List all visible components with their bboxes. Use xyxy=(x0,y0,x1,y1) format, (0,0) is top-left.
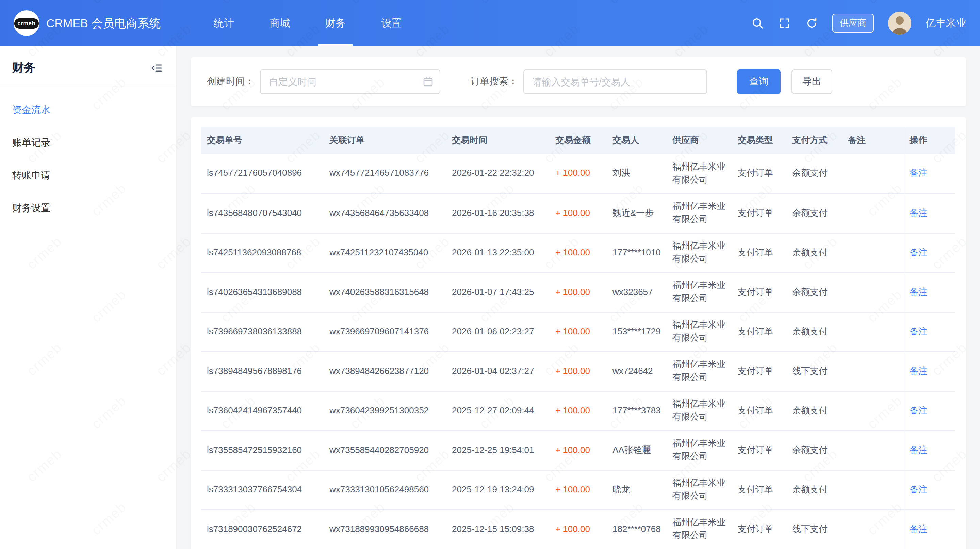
cell-amount: + 100.00 xyxy=(550,351,607,391)
remark-link[interactable]: 备注 xyxy=(910,365,927,376)
cell-amount: + 100.00 xyxy=(550,193,607,233)
cell-order: wx739669709607141376 xyxy=(324,312,447,351)
cell-remark xyxy=(843,351,904,391)
collapse-menu-icon[interactable] xyxy=(150,62,163,74)
nav-item-statistics[interactable]: 统计 xyxy=(196,0,252,46)
sidebar-menu: 资金流水 账单记录 转账申请 财务设置 xyxy=(0,87,176,225)
cell-type: 支付订单 xyxy=(732,193,787,233)
cell-no: ls735585472515932160 xyxy=(202,431,324,470)
cell-action: 备注 xyxy=(904,154,956,193)
cell-trader: 177****3783 xyxy=(607,391,667,431)
cell-trader: wx724642 xyxy=(607,351,667,391)
column-header-trader: 交易人 xyxy=(607,127,667,154)
table-body: ls745772176057040896wx745772146571083776… xyxy=(202,154,956,549)
cell-time: 2026-01-06 02:23:27 xyxy=(447,312,550,351)
cell-remark xyxy=(843,431,904,470)
remark-link[interactable]: 备注 xyxy=(910,286,927,297)
remark-link[interactable]: 备注 xyxy=(910,484,927,494)
cell-type: 支付订单 xyxy=(732,509,787,549)
cell-time: 2026-01-22 22:32:20 xyxy=(447,154,550,193)
nav-item-mall[interactable]: 商城 xyxy=(252,0,308,46)
cell-no: ls739669738036133888 xyxy=(202,312,324,351)
cell-pay: 余额支付 xyxy=(787,154,843,193)
cell-supplier: 福州亿丰米业有限公司 xyxy=(667,233,732,273)
user-avatar[interactable] xyxy=(888,11,911,35)
cell-no: ls742511362093088768 xyxy=(202,233,324,273)
nav-item-finance[interactable]: 财务 xyxy=(308,0,363,46)
remark-link[interactable]: 备注 xyxy=(910,207,927,218)
cell-no: ls745772176057040896 xyxy=(202,154,324,193)
cell-pay: 余额支付 xyxy=(787,193,843,233)
cell-amount: + 100.00 xyxy=(550,154,607,193)
cell-amount: + 100.00 xyxy=(550,470,607,509)
cell-amount: + 100.00 xyxy=(550,312,607,351)
search-icon[interactable] xyxy=(751,17,764,30)
cell-time: 2025-12-19 13:24:09 xyxy=(447,470,550,509)
sidebar-item-bill-records[interactable]: 账单记录 xyxy=(0,127,176,160)
cell-order: wx745772146571083776 xyxy=(324,154,447,193)
cell-no: ls733313037766754304 xyxy=(202,470,324,509)
cell-no: ls736042414967357440 xyxy=(202,391,324,431)
nav-item-label: 设置 xyxy=(381,17,401,30)
cell-type: 支付订单 xyxy=(732,312,787,351)
sidebar-header: 财务 xyxy=(0,46,176,87)
query-button[interactable]: 查询 xyxy=(737,69,781,94)
sidebar-item-label: 资金流水 xyxy=(12,104,50,115)
main-content: 创建时间： 订单搜索： 查询 导出 xyxy=(177,46,980,549)
cell-no: ls731890030762524672 xyxy=(202,509,324,549)
refresh-icon[interactable] xyxy=(805,17,818,30)
date-range-input[interactable] xyxy=(260,69,440,94)
cell-action: 备注 xyxy=(904,351,956,391)
table-row: ls736042414967357440wx736042399251300352… xyxy=(202,391,956,431)
column-header-amount: 交易金额 xyxy=(550,127,607,154)
cell-action: 备注 xyxy=(904,391,956,431)
date-range-wrap xyxy=(260,69,440,94)
cell-action: 备注 xyxy=(904,509,956,549)
cell-amount: + 100.00 xyxy=(550,431,607,470)
cell-trader: 晓龙 xyxy=(607,470,667,509)
remark-link[interactable]: 备注 xyxy=(910,326,927,336)
export-button[interactable]: 导出 xyxy=(791,69,832,94)
remark-link[interactable]: 备注 xyxy=(910,523,927,534)
navbar-right: 供应商 亿丰米业 xyxy=(751,11,966,35)
table-row: ls740263654313689088wx740263588316315648… xyxy=(202,273,956,312)
column-header-supplier: 供应商 xyxy=(667,127,732,154)
page-layout: 财务 资金流水 账单记录 转账申请 财务设置 创建时间： xyxy=(0,46,980,549)
remark-link[interactable]: 备注 xyxy=(910,444,927,455)
cell-time: 2026-01-07 17:43:25 xyxy=(447,273,550,312)
column-header-pay-method: 支付方式 xyxy=(787,127,843,154)
fullscreen-icon[interactable] xyxy=(778,17,791,30)
cell-remark xyxy=(843,273,904,312)
current-user-name[interactable]: 亿丰米业 xyxy=(926,17,966,30)
sidebar-item-capital-flow[interactable]: 资金流水 xyxy=(0,94,176,127)
order-search-label: 订单搜索： xyxy=(470,76,518,88)
cell-supplier: 福州亿丰米业有限公司 xyxy=(667,312,732,351)
column-header-transaction-time: 交易时间 xyxy=(447,127,550,154)
cell-order: wx731889930954866688 xyxy=(324,509,447,549)
column-header-action: 操作 xyxy=(904,127,956,154)
sidebar-item-finance-settings[interactable]: 财务设置 xyxy=(0,192,176,225)
remark-link[interactable]: 备注 xyxy=(910,247,927,257)
remark-link[interactable]: 备注 xyxy=(910,168,927,178)
cell-order: wx742511232107435040 xyxy=(324,233,447,273)
cell-trader: 177****1010 xyxy=(607,233,667,273)
cell-action: 备注 xyxy=(904,470,956,509)
logo-text: crmeb xyxy=(14,18,39,28)
cell-order: wx743568464735633408 xyxy=(324,193,447,233)
cell-pay: 余额支付 xyxy=(787,233,843,273)
nav-item-settings[interactable]: 设置 xyxy=(363,0,419,46)
supplier-role-badge: 供应商 xyxy=(832,14,874,33)
sidebar-item-transfer-request[interactable]: 转账申请 xyxy=(0,160,176,192)
cell-amount: + 100.00 xyxy=(550,273,607,312)
cell-time: 2026-01-13 22:35:00 xyxy=(447,233,550,273)
order-search-input[interactable] xyxy=(523,69,707,94)
cell-remark xyxy=(843,193,904,233)
order-search-wrap xyxy=(523,69,707,94)
cell-order: wx740263588316315648 xyxy=(324,273,447,312)
cell-type: 支付订单 xyxy=(732,431,787,470)
cell-trader: 153****1729 xyxy=(607,312,667,351)
cell-amount: + 100.00 xyxy=(550,391,607,431)
cell-supplier: 福州亿丰米业有限公司 xyxy=(667,470,732,509)
remark-link[interactable]: 备注 xyxy=(910,405,927,415)
cell-pay: 余额支付 xyxy=(787,470,843,509)
